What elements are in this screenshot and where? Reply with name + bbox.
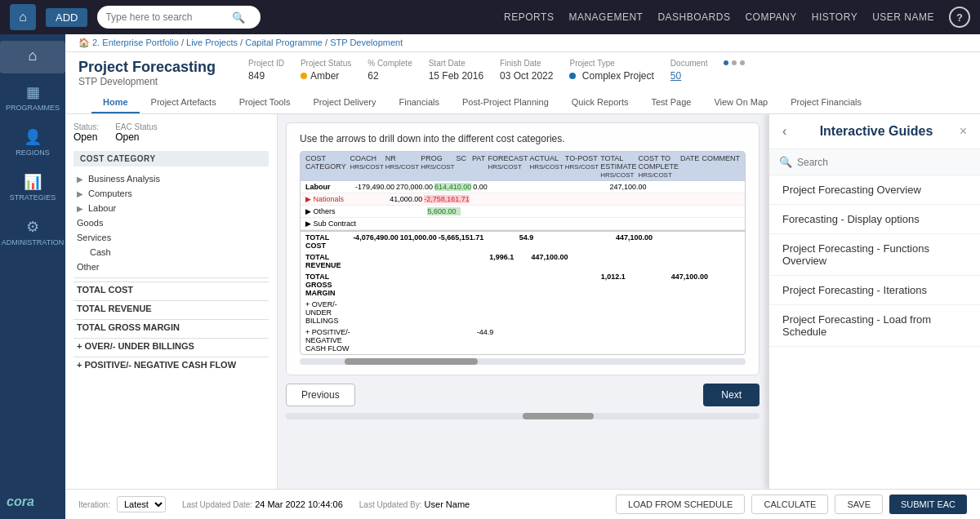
guide-item-display-options[interactable]: Forecasting - Display options xyxy=(769,205,980,234)
status-label: Project Status xyxy=(301,59,351,68)
eac-label: EAC Status xyxy=(115,122,158,131)
cost-item-business-analysis[interactable]: ▶ Business Analysis xyxy=(74,171,269,186)
guides-search-input[interactable] xyxy=(797,157,970,168)
gm-empty xyxy=(359,273,599,297)
breadcrumb-home-icon: 🏠 xyxy=(78,38,90,47)
tab-view-map[interactable]: View On Map xyxy=(702,92,779,113)
rev-empty xyxy=(368,253,488,269)
sidebar-label-administration: ADMINISTRATION xyxy=(2,238,64,246)
nav-username[interactable]: USER NAME xyxy=(872,11,934,23)
total-prog: -5,665,151.71 xyxy=(439,233,484,250)
nav-management[interactable]: MANAGEMENT xyxy=(568,11,643,23)
col-actual: ACTUALHRS/COST xyxy=(529,154,563,179)
guides-back-button[interactable]: ‹ xyxy=(782,124,786,139)
content-area: 🏠 2. Enterprise Portfolio / Live Project… xyxy=(65,34,980,519)
guide-item-functions-overview[interactable]: Project Forecasting - Functions Overview xyxy=(769,234,980,276)
tab-home[interactable]: Home xyxy=(91,92,140,113)
total-comment xyxy=(715,233,740,250)
tutorial-text: Use the arrows to drill down into the di… xyxy=(300,133,746,144)
tab-project-financials[interactable]: Project Financials xyxy=(779,92,873,113)
sidebar-item-home[interactable]: ⌂ xyxy=(0,41,65,73)
nav-dashboards[interactable]: DASHBOARDS xyxy=(657,11,730,23)
nav-company[interactable]: COMPANY xyxy=(745,11,796,23)
col-date: DATE xyxy=(680,154,700,179)
scroll-area-bottom[interactable] xyxy=(286,413,760,419)
guides-search-icon: 🔍 xyxy=(779,156,792,168)
dot-2 xyxy=(732,60,737,65)
guide-item-load-schedule[interactable]: Project Forecasting - Load from Schedule xyxy=(769,305,980,347)
meta-start-date: Start Date 15 Feb 2016 xyxy=(429,59,483,82)
tab-artefacts[interactable]: Project Artefacts xyxy=(140,92,228,113)
cell-total: 247,100.00 xyxy=(610,183,648,191)
breadcrumb-capital[interactable]: Capital Programme xyxy=(245,38,323,47)
iteration-select[interactable]: Latest xyxy=(117,496,166,512)
sidebar: ⌂ ▦ PROGRAMMES 👤 REGIONS 📊 STRATEGIES ⚙ … xyxy=(0,34,65,519)
tab-post-project[interactable]: Post-Project Planning xyxy=(451,92,560,113)
meta-project-id: Project ID 849 xyxy=(248,59,284,82)
cell-forecast xyxy=(506,195,539,203)
item-label: Other xyxy=(77,262,100,272)
cost-category-header: COST CATEGORY xyxy=(74,151,269,166)
tab-financials[interactable]: Financials xyxy=(387,92,451,113)
cost-item-cash[interactable]: Cash xyxy=(74,245,269,260)
cell-actual xyxy=(542,183,574,191)
home-button[interactable]: ⌂ xyxy=(10,4,36,30)
search-input[interactable] xyxy=(105,11,232,23)
cora-logo: cora xyxy=(7,495,34,508)
sidebar-item-strategies[interactable]: 📊 STRATEGIES xyxy=(0,166,65,208)
table-row: Labour -179,490.00 270,000.00 614,410.00… xyxy=(301,181,745,193)
save-button[interactable]: SAVE xyxy=(835,495,883,514)
cost-item-services[interactable]: Services xyxy=(74,230,269,245)
total-cost-row: TOTAL COST -4,076,490.00 101,000.00 -5,6… xyxy=(301,230,745,251)
cell-nr: 41,000.00 xyxy=(390,195,422,203)
tab-quick-reports[interactable]: Quick Reports xyxy=(560,92,640,113)
submit-eac-button[interactable]: SUBMIT EAC xyxy=(889,495,967,514)
tab-delivery[interactable]: Project Delivery xyxy=(301,92,387,113)
col-to-post: TO-POSTHRS/COST xyxy=(565,154,599,179)
updated-by-value: User Name xyxy=(425,499,470,509)
cell-coach xyxy=(357,207,390,215)
project-title-row: Project Forecasting STP Development Proj… xyxy=(78,59,967,87)
breadcrumb-enterprise[interactable]: 2. Enterprise Portfolio xyxy=(92,38,179,47)
gm-label: TOTAL GROSS MARGIN xyxy=(305,273,357,297)
col-nr: NRHRS/COST xyxy=(385,154,419,179)
next-button[interactable]: Next xyxy=(703,384,760,406)
guide-item-overview[interactable]: Project Forecasting Overview xyxy=(769,175,980,205)
sidebar-item-administration[interactable]: ⚙ ADMINISTRATION xyxy=(0,211,65,253)
nav-history[interactable]: HISTORY xyxy=(812,11,858,23)
cell-label: ▶ Nationals xyxy=(305,195,354,203)
total-ctc xyxy=(654,233,691,250)
tab-test-page[interactable]: Test Page xyxy=(639,92,702,113)
calculate-button[interactable]: CALCULATE xyxy=(751,495,828,514)
sidebar-item-programmes[interactable]: ▦ PROGRAMMES xyxy=(0,77,65,118)
guides-header: ‹ Interactive Guides × xyxy=(769,114,980,149)
tutorial-overlay: Use the arrows to drill down into the di… xyxy=(286,122,760,375)
updated-by-label: Last Updated By: xyxy=(359,500,422,509)
bottom-actions: LOAD FROM SCHEDULE CALCULATE SAVE SUBMIT… xyxy=(616,495,967,514)
guides-search[interactable]: 🔍 xyxy=(769,149,980,175)
search-bar[interactable]: 🔍 xyxy=(97,6,261,29)
rev-rest: 447,100.00 xyxy=(531,253,740,269)
gm-rest: 447,100.00 xyxy=(671,273,740,297)
scroll-area-h[interactable] xyxy=(300,358,746,365)
cell-forecast xyxy=(509,183,541,191)
breadcrumb-live[interactable]: Live Projects xyxy=(186,38,238,47)
total-coach: -4,076,490.00 xyxy=(353,233,399,250)
sidebar-item-regions[interactable]: 👤 REGIONS xyxy=(0,122,65,163)
cost-item-goods[interactable]: Goods xyxy=(74,215,269,230)
help-button[interactable]: ? xyxy=(949,7,970,28)
cost-item-computers[interactable]: ▶ Computers xyxy=(74,186,269,201)
cost-item-labour[interactable]: ▶ Labour xyxy=(74,201,269,215)
load-from-schedule-button[interactable]: LOAD FROM SCHEDULE xyxy=(616,495,745,514)
guide-item-iterations[interactable]: Project Forecasting - Iterations xyxy=(769,276,980,305)
breadcrumb-stp[interactable]: STP Development xyxy=(330,38,403,47)
cell-sc: 0.00 xyxy=(473,183,489,191)
tab-tools[interactable]: Project Tools xyxy=(228,92,302,113)
cell-comment xyxy=(713,207,740,215)
nav-reports[interactable]: REPORTS xyxy=(504,11,554,23)
previous-button[interactable]: Previous xyxy=(286,384,355,406)
add-button[interactable]: ADD xyxy=(46,8,87,27)
guides-close-button[interactable]: × xyxy=(960,124,967,139)
doc-value[interactable]: 50 xyxy=(670,70,681,82)
cost-item-other[interactable]: Other xyxy=(74,260,269,274)
